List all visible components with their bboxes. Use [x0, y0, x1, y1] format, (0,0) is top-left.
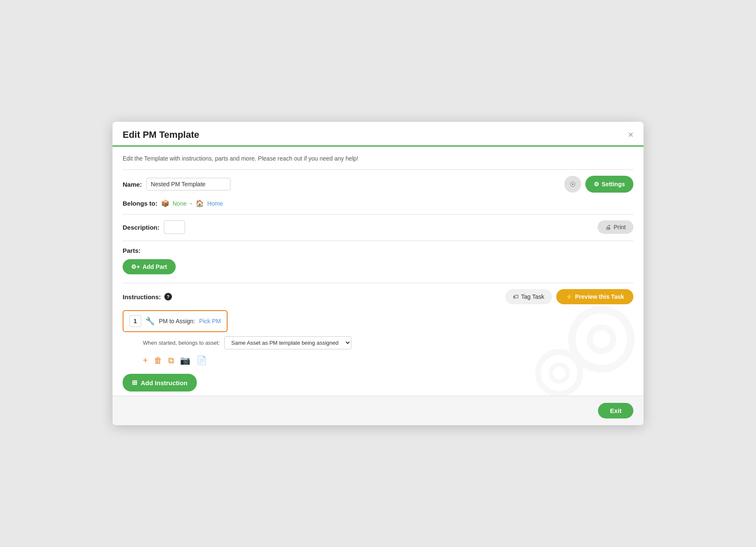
svg-point-3 [551, 365, 568, 381]
belongs-row: Belongs to: 📦 None - 🏠 Home [123, 199, 633, 207]
print-button[interactable]: 🖨 Print [598, 220, 633, 234]
instructions-right: 🏷 Tag Task ⚡ Preview this Task [505, 289, 633, 304]
modal-header: Edit PM Template × [113, 122, 643, 147]
delete-icon-button[interactable]: 🗑 [154, 355, 162, 365]
name-right: ☉ ⚙ Settings [564, 176, 633, 193]
add-instruction-icon: ⊞ [132, 379, 137, 386]
belongs-house-icon: 🏠 [196, 199, 204, 207]
instruction-item: 1 🔧 PM to Assign: Pick PM [123, 310, 228, 332]
preview-task-button[interactable]: ⚡ Preview this Task [556, 289, 633, 304]
belongs-separator: - [190, 200, 192, 207]
name-input[interactable] [146, 178, 231, 190]
settings-button[interactable]: ⚙ Settings [585, 176, 633, 193]
pick-pm-link[interactable]: Pick PM [199, 318, 221, 324]
asset-select[interactable]: Same Asset as PM template being assigned [224, 336, 351, 349]
settings-gear-icon: ⚙ [594, 181, 599, 188]
name-row: Name: ☉ ⚙ Settings [123, 176, 633, 193]
instruction-text: PM to Assign: [159, 318, 195, 324]
instruction-number: 1 [129, 315, 141, 327]
lightning-icon: ⚡ [566, 293, 573, 300]
name-left: Name: [123, 178, 231, 190]
divider-3 [123, 241, 633, 241]
divider-2 [123, 214, 633, 215]
instructions-header: Instructions: ? 🏷 Tag Task ⚡ Preview thi… [123, 289, 633, 304]
description-left: Description: [123, 220, 185, 234]
modal-footer: Exit [113, 396, 643, 425]
name-label: Name: [123, 181, 142, 188]
wrench-icon: 🔧 [145, 316, 155, 326]
tag-icon: 🏷 [513, 293, 519, 300]
rss-button[interactable]: ☉ [564, 176, 581, 193]
printer-icon: 🖨 [605, 224, 611, 231]
belongs-home-link[interactable]: Home [207, 200, 223, 207]
add-instruction-button[interactable]: ⊞ Add Instruction [123, 374, 197, 391]
belongs-label: Belongs to: [123, 200, 158, 207]
document-icon-button[interactable]: 📄 [196, 355, 207, 365]
modal-title: Edit PM Template [123, 129, 199, 140]
copy-icon-button[interactable]: ⧉ [168, 355, 174, 365]
asset-label: When started, belongs to asset: [143, 340, 220, 346]
belongs-none-link[interactable]: None [173, 200, 187, 207]
exit-button[interactable]: Exit [598, 403, 633, 418]
parts-label: Parts: [123, 247, 633, 254]
instructions-label: Instructions: [123, 293, 161, 300]
rss-icon: ☉ [570, 180, 576, 188]
add-part-button[interactable]: ⚙+ Add Part [123, 259, 176, 274]
tag-task-button[interactable]: 🏷 Tag Task [505, 289, 552, 304]
belongs-box-icon: 📦 [161, 199, 169, 207]
help-icon[interactable]: ? [164, 293, 172, 300]
camera-icon-button[interactable]: 📷 [180, 355, 190, 365]
edit-pm-template-modal: Edit PM Template × Edit the Template wit… [113, 122, 643, 425]
add-part-gear-icon: ⚙+ [131, 263, 140, 270]
description-label: Description: [123, 224, 160, 231]
divider-4 [123, 283, 633, 283]
divider-1 [123, 169, 633, 170]
instructions-left: Instructions: ? [123, 293, 172, 300]
subtitle-text: Edit the Template with instructions, par… [123, 155, 633, 162]
modal-body: Edit the Template with instructions, par… [113, 147, 643, 425]
description-input[interactable] [164, 220, 185, 234]
action-icons-row: + 🗑 ⧉ 📷 📄 [143, 355, 633, 365]
description-row: Description: 🖨 Print [123, 220, 633, 234]
add-icon-button[interactable]: + [143, 355, 148, 365]
close-button[interactable]: × [628, 130, 633, 139]
asset-row: When started, belongs to asset: Same Ass… [143, 336, 633, 349]
